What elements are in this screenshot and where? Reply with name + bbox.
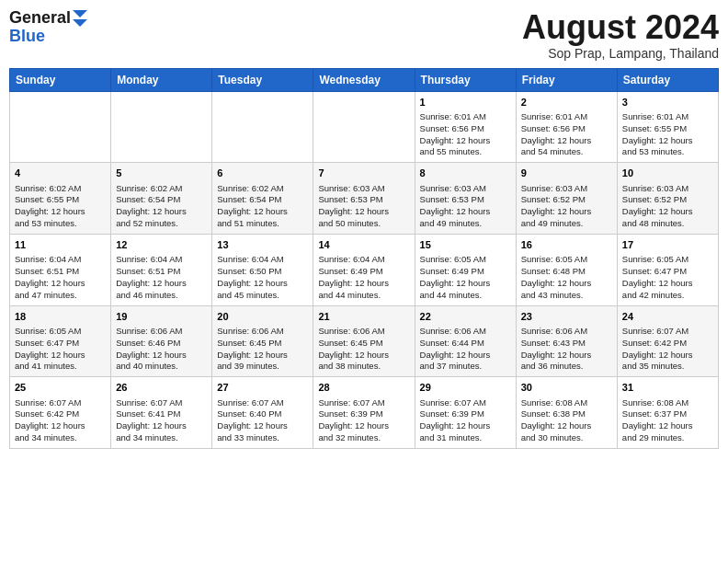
day-number: 30 [521,381,612,395]
month-title: August 2024 [522,9,719,46]
day-number: 3 [622,96,713,109]
calendar-cell: 23Sunrise: 6:06 AM Sunset: 6:43 PM Dayli… [516,305,617,377]
day-info: Sunrise: 6:03 AM Sunset: 6:53 PM Dayligh… [420,183,511,230]
calendar-cell: 31Sunrise: 6:08 AM Sunset: 6:37 PM Dayli… [617,377,718,449]
day-info: Sunrise: 6:04 AM Sunset: 6:49 PM Dayligh… [318,254,409,301]
calendar-cell: 11Sunrise: 6:04 AM Sunset: 6:51 PM Dayli… [10,234,111,305]
day-info: Sunrise: 6:05 AM Sunset: 6:47 PM Dayligh… [15,326,106,373]
day-number: 29 [420,381,511,395]
day-number: 22 [420,310,511,324]
day-info: Sunrise: 6:01 AM Sunset: 6:56 PM Dayligh… [420,111,511,158]
calendar-cell: 28Sunrise: 6:07 AM Sunset: 6:39 PM Dayli… [313,377,415,449]
day-info: Sunrise: 6:06 AM Sunset: 6:44 PM Dayligh… [420,326,511,373]
day-info: Sunrise: 6:05 AM Sunset: 6:49 PM Dayligh… [420,254,511,301]
calendar-cell [10,91,111,163]
day-number: 17 [622,238,713,252]
day-info: Sunrise: 6:08 AM Sunset: 6:38 PM Dayligh… [521,397,612,444]
calendar-cell: 5Sunrise: 6:02 AM Sunset: 6:54 PM Daylig… [111,163,212,235]
day-info: Sunrise: 6:01 AM Sunset: 6:56 PM Dayligh… [521,111,612,158]
day-info: Sunrise: 6:06 AM Sunset: 6:46 PM Dayligh… [116,326,207,373]
weekday-header-friday: Friday [516,68,617,91]
calendar-cell: 18Sunrise: 6:05 AM Sunset: 6:47 PM Dayli… [10,305,111,377]
day-number: 1 [420,96,511,109]
calendar-cell: 15Sunrise: 6:05 AM Sunset: 6:49 PM Dayli… [415,234,516,305]
calendar-cell: 30Sunrise: 6:08 AM Sunset: 6:38 PM Dayli… [516,377,617,449]
svg-marker-0 [73,10,87,17]
weekday-header-monday: Monday [111,68,212,91]
calendar-cell [111,91,212,163]
day-number: 16 [521,238,612,252]
location-subtitle: Sop Prap, Lampang, Thailand [522,46,719,61]
calendar-cell: 27Sunrise: 6:07 AM Sunset: 6:40 PM Dayli… [212,377,313,449]
calendar-cell: 13Sunrise: 6:04 AM Sunset: 6:50 PM Dayli… [212,234,313,305]
calendar-cell: 12Sunrise: 6:04 AM Sunset: 6:51 PM Dayli… [111,234,212,305]
day-info: Sunrise: 6:07 AM Sunset: 6:42 PM Dayligh… [622,326,713,373]
calendar-cell: 8Sunrise: 6:03 AM Sunset: 6:53 PM Daylig… [415,163,516,235]
day-number: 9 [521,167,612,180]
day-info: Sunrise: 6:07 AM Sunset: 6:41 PM Dayligh… [116,397,207,444]
day-info: Sunrise: 6:08 AM Sunset: 6:37 PM Dayligh… [622,397,713,444]
day-info: Sunrise: 6:06 AM Sunset: 6:45 PM Dayligh… [217,326,308,373]
day-info: Sunrise: 6:07 AM Sunset: 6:39 PM Dayligh… [318,397,409,444]
day-info: Sunrise: 6:04 AM Sunset: 6:50 PM Dayligh… [217,254,308,301]
day-number: 23 [521,310,612,324]
calendar-week-3: 11Sunrise: 6:04 AM Sunset: 6:51 PM Dayli… [10,234,719,305]
day-number: 25 [15,381,106,395]
day-info: Sunrise: 6:01 AM Sunset: 6:55 PM Dayligh… [622,111,713,158]
day-number: 28 [318,381,409,395]
day-number: 8 [420,167,511,180]
day-info: Sunrise: 6:04 AM Sunset: 6:51 PM Dayligh… [15,254,106,301]
day-info: Sunrise: 6:03 AM Sunset: 6:52 PM Dayligh… [622,183,713,230]
svg-marker-1 [73,19,87,27]
calendar-cell: 22Sunrise: 6:06 AM Sunset: 6:44 PM Dayli… [415,305,516,377]
day-info: Sunrise: 6:07 AM Sunset: 6:40 PM Dayligh… [217,397,308,444]
calendar-cell: 25Sunrise: 6:07 AM Sunset: 6:42 PM Dayli… [10,377,111,449]
day-number: 19 [116,310,207,324]
calendar-cell [313,91,415,163]
day-info: Sunrise: 6:04 AM Sunset: 6:51 PM Dayligh… [116,254,207,301]
calendar-header-row: SundayMondayTuesdayWednesdayThursdayFrid… [10,68,719,91]
calendar-cell: 14Sunrise: 6:04 AM Sunset: 6:49 PM Dayli… [313,234,415,305]
day-info: Sunrise: 6:07 AM Sunset: 6:39 PM Dayligh… [420,397,511,444]
calendar-cell: 10Sunrise: 6:03 AM Sunset: 6:52 PM Dayli… [617,163,718,235]
calendar-cell: 16Sunrise: 6:05 AM Sunset: 6:48 PM Dayli… [516,234,617,305]
day-number: 26 [116,381,207,395]
day-info: Sunrise: 6:07 AM Sunset: 6:42 PM Dayligh… [15,397,106,444]
day-number: 7 [318,167,409,180]
day-info: Sunrise: 6:06 AM Sunset: 6:45 PM Dayligh… [318,326,409,373]
calendar-cell: 19Sunrise: 6:06 AM Sunset: 6:46 PM Dayli… [111,305,212,377]
page-header: GeneralBlue August 2024 Sop Prap, Lampan… [9,9,719,61]
calendar-week-1: 1Sunrise: 6:01 AM Sunset: 6:56 PM Daylig… [10,91,719,163]
day-info: Sunrise: 6:05 AM Sunset: 6:48 PM Dayligh… [521,254,612,301]
weekday-header-wednesday: Wednesday [313,68,415,91]
day-number: 14 [318,238,409,252]
day-number: 10 [622,167,713,180]
calendar-cell: 17Sunrise: 6:05 AM Sunset: 6:47 PM Dayli… [617,234,718,305]
calendar-cell: 9Sunrise: 6:03 AM Sunset: 6:52 PM Daylig… [516,163,617,235]
calendar-cell: 2Sunrise: 6:01 AM Sunset: 6:56 PM Daylig… [516,91,617,163]
calendar-cell [212,91,313,163]
weekday-header-tuesday: Tuesday [212,68,313,91]
day-info: Sunrise: 6:02 AM Sunset: 6:54 PM Dayligh… [217,183,308,230]
calendar-cell: 3Sunrise: 6:01 AM Sunset: 6:55 PM Daylig… [617,91,718,163]
calendar-table: SundayMondayTuesdayWednesdayThursdayFrid… [9,68,719,449]
calendar-week-5: 25Sunrise: 6:07 AM Sunset: 6:42 PM Dayli… [10,377,719,449]
title-block: August 2024 Sop Prap, Lampang, Thailand [522,9,719,61]
weekday-header-thursday: Thursday [415,68,516,91]
day-number: 2 [521,96,612,109]
day-number: 24 [622,310,713,324]
day-number: 20 [217,310,308,324]
day-number: 27 [217,381,308,395]
day-info: Sunrise: 6:02 AM Sunset: 6:55 PM Dayligh… [15,183,106,230]
calendar-cell: 29Sunrise: 6:07 AM Sunset: 6:39 PM Dayli… [415,377,516,449]
day-info: Sunrise: 6:02 AM Sunset: 6:54 PM Dayligh… [116,183,207,230]
day-info: Sunrise: 6:06 AM Sunset: 6:43 PM Dayligh… [521,326,612,373]
day-number: 21 [318,310,409,324]
weekday-header-sunday: Sunday [10,68,111,91]
calendar-cell: 1Sunrise: 6:01 AM Sunset: 6:56 PM Daylig… [415,91,516,163]
calendar-cell: 26Sunrise: 6:07 AM Sunset: 6:41 PM Dayli… [111,377,212,449]
day-number: 5 [116,167,207,180]
calendar-cell: 24Sunrise: 6:07 AM Sunset: 6:42 PM Dayli… [617,305,718,377]
calendar-cell: 4Sunrise: 6:02 AM Sunset: 6:55 PM Daylig… [10,163,111,235]
day-number: 31 [622,381,713,395]
